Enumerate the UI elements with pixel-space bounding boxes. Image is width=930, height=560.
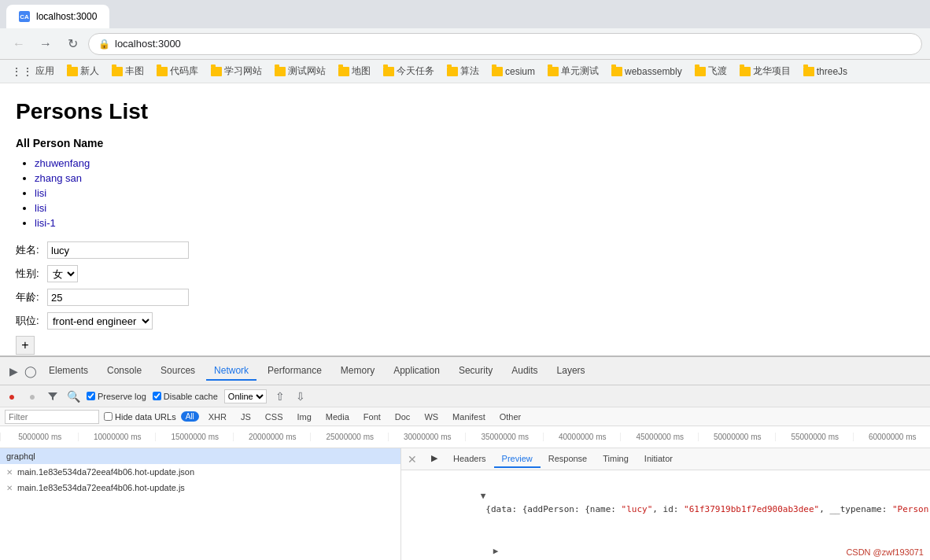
filter-all[interactable]: All: [181, 411, 199, 422]
file-name-hot-json: main.1e83e534da72eeaf4b06.hot-update.jso…: [17, 467, 194, 477]
add-button-row: +: [16, 336, 914, 355]
network-toolbar: ● ● 🔍 Preserve log Disable cache Online …: [0, 385, 930, 407]
detail-tab-preview[interactable]: Preview: [494, 451, 541, 468]
timeline-label-1: 5000000 ms: [0, 433, 78, 441]
bookmark-danyuanceshi[interactable]: 单元测试: [543, 63, 603, 79]
reload-button[interactable]: ↻: [61, 33, 83, 55]
detail-tab-x[interactable]: ▶: [423, 450, 445, 468]
add-button[interactable]: +: [16, 336, 35, 355]
bookmark-feidu[interactable]: 飞渡: [690, 63, 732, 79]
active-tab[interactable]: CA localhost:3000: [6, 5, 109, 28]
lock-icon: 🔒: [98, 39, 110, 50]
tab-audits[interactable]: Audits: [504, 362, 545, 381]
devtools-panel: ▶ ◯ Elements Console Sources Network Per…: [0, 356, 930, 560]
bookmark-threejs[interactable]: threeJs: [799, 64, 852, 79]
bookmark-cesium[interactable]: cesium: [487, 64, 540, 79]
page-title: Persons List: [16, 99, 914, 124]
folder-icon: [67, 67, 78, 76]
file-list: graphql ✕ main.1e83e534da72eeaf4b06.hot-…: [0, 448, 401, 560]
search-icon[interactable]: 🔍: [66, 389, 80, 403]
timeline-label-9: 45000000 ms: [620, 433, 698, 441]
age-label: 年龄:: [16, 290, 44, 304]
position-select[interactable]: front-end engineer back-end engineer man…: [47, 312, 153, 330]
bookmark-longhua[interactable]: 龙华项目: [735, 63, 795, 79]
person-link-lisi1[interactable]: lisi: [35, 187, 46, 199]
folder-icon: [695, 67, 706, 76]
filter-ws[interactable]: WS: [419, 411, 443, 422]
detail-content: ▼ {data: {addPerson: {name: "lucy", id: …: [401, 470, 930, 560]
detail-tab-initiator[interactable]: Initiator: [637, 451, 681, 468]
bookmark-xuexiwangzhan[interactable]: 学习网站: [206, 63, 267, 79]
bookmark-suanfa[interactable]: 算法: [442, 63, 484, 79]
bookmark-ceshiwangzhan[interactable]: 测试网站: [270, 63, 330, 79]
bookmark-ditu[interactable]: 地图: [334, 63, 375, 79]
tab-performance[interactable]: Performance: [260, 362, 330, 381]
tab-elements[interactable]: Elements: [41, 362, 96, 381]
tab-memory[interactable]: Memory: [333, 362, 382, 381]
detail-tab-headers[interactable]: Headers: [445, 451, 494, 468]
name-label: 姓名:: [16, 243, 44, 257]
detail-close-button[interactable]: ✕: [408, 453, 417, 466]
disable-cache-checkbox[interactable]: Disable cache: [153, 392, 218, 401]
filter-other[interactable]: Other: [495, 411, 526, 422]
filter-font[interactable]: Font: [359, 411, 386, 422]
tab-sources[interactable]: Sources: [153, 362, 203, 381]
page-content: Persons List All Person Name zhuwenfang …: [0, 83, 930, 356]
file-item-graphql[interactable]: graphql: [0, 448, 400, 464]
detail-tab-response[interactable]: Response: [541, 451, 596, 468]
expand-arrow-1[interactable]: ▼: [481, 491, 486, 501]
address-bar[interactable]: 🔒 localhost:3000: [88, 33, 922, 55]
request-detail: ✕ ▶ Headers Preview Response Timing Init…: [401, 448, 930, 560]
bookmarks-bar: ⋮⋮ 应用 新人 丰图 代码库 学习网站 测试网站 地图 今天任务: [0, 60, 930, 83]
list-item: lisi: [35, 202, 914, 214]
filter-css[interactable]: CSS: [260, 411, 288, 422]
detail-tab-timing[interactable]: Timing: [595, 451, 637, 468]
folder-icon: [492, 67, 503, 76]
bookmark-fengtu[interactable]: 丰图: [107, 63, 149, 79]
tab-application[interactable]: Application: [386, 362, 448, 381]
hide-data-urls-checkbox[interactable]: Hide data URLs: [104, 412, 176, 422]
bookmark-daimaku[interactable]: 代码库: [152, 63, 203, 79]
folder-icon: [611, 67, 622, 76]
filter-js[interactable]: JS: [236, 411, 256, 422]
download-icon[interactable]: ⇩: [293, 389, 308, 403]
expand-arrow-2[interactable]: ▶: [493, 546, 499, 556]
clear-button[interactable]: ●: [25, 389, 39, 403]
age-input[interactable]: [47, 289, 189, 306]
filter-img[interactable]: Img: [292, 411, 316, 422]
filter-input[interactable]: [5, 410, 99, 424]
name-input[interactable]: [47, 241, 189, 259]
csdn-watermark: CSDN @zwf193071: [846, 547, 924, 557]
devtools-tab-bar: ▶ ◯ Elements Console Sources Network Per…: [0, 357, 930, 385]
filter-icon[interactable]: [46, 389, 60, 403]
forward-button[interactable]: →: [35, 33, 57, 55]
file-item-hot-update-js[interactable]: ✕ main.1e83e534da72eeaf4b06.hot-update.j…: [0, 480, 400, 496]
bookmark-jintiairenwu[interactable]: 今天任务: [378, 63, 439, 79]
device-icon[interactable]: ◯: [24, 364, 38, 378]
filter-xhr[interactable]: XHR: [204, 411, 231, 422]
filter-media[interactable]: Media: [321, 411, 354, 422]
throttle-select[interactable]: Online: [224, 389, 267, 403]
folder-icon: [112, 67, 123, 76]
record-button[interactable]: ●: [5, 389, 19, 403]
preserve-log-checkbox[interactable]: Preserve log: [87, 392, 146, 401]
filter-doc[interactable]: Doc: [390, 411, 415, 422]
back-button[interactable]: ←: [8, 33, 30, 55]
person-link-zhangsan[interactable]: zhang san: [35, 172, 82, 184]
file-item-hot-update-json[interactable]: ✕ main.1e83e534da72eeaf4b06.hot-update.j…: [0, 464, 400, 480]
person-link-lisi2[interactable]: lisi: [35, 202, 46, 214]
upload-icon[interactable]: ⇧: [273, 389, 287, 403]
gender-select[interactable]: 女 男: [47, 265, 78, 282]
tab-console[interactable]: Console: [99, 362, 149, 381]
folder-icon: [338, 67, 349, 76]
tab-layers[interactable]: Layers: [549, 362, 593, 381]
tab-security[interactable]: Security: [451, 362, 500, 381]
filter-manifest[interactable]: Manifest: [448, 411, 490, 422]
tab-network[interactable]: Network: [206, 362, 256, 381]
bookmark-webassembly[interactable]: webassembly: [607, 64, 687, 79]
person-link-zhuwenfang[interactable]: zhuwenfang: [35, 157, 90, 169]
person-link-lisi-1[interactable]: lisi-1: [35, 217, 56, 229]
bookmarks-apps[interactable]: ⋮⋮ 应用: [6, 63, 59, 79]
bookmark-xinren[interactable]: 新人: [62, 63, 104, 79]
inspect-icon[interactable]: ▶: [6, 364, 20, 378]
